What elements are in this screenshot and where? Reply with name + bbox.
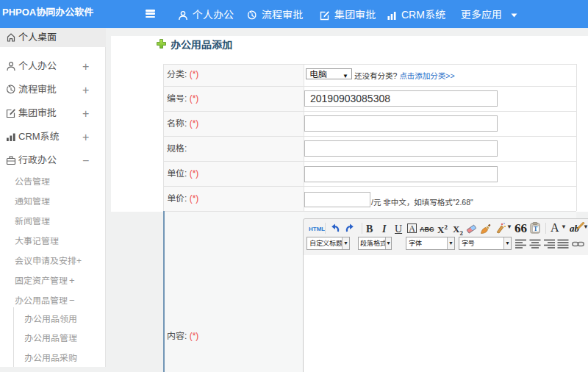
svg-text:T: T	[534, 226, 538, 232]
